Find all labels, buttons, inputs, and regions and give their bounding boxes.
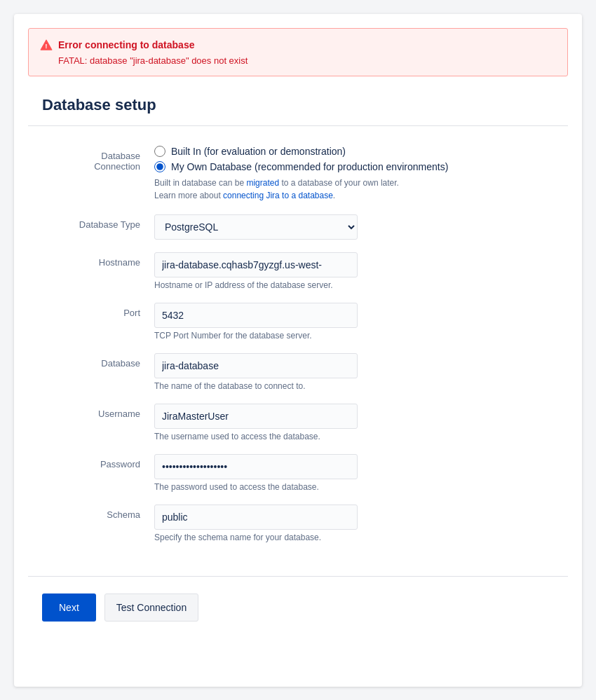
port-row: Port TCP Port Number for the database se…: [42, 303, 554, 341]
form-area: DatabaseConnection Built In (for evaluat…: [14, 126, 582, 569]
database-type-row: Database Type PostgreSQL MySQL MS SQL Se…: [42, 214, 554, 240]
error-title-row: ! Error connecting to database: [40, 39, 556, 51]
password-content: The password used to access the database…: [154, 454, 554, 492]
next-button[interactable]: Next: [42, 593, 96, 622]
error-banner: ! Error connecting to database FATAL: da…: [28, 28, 568, 76]
hostname-hint: Hostname or IP address of the database s…: [154, 280, 554, 290]
radio-own-text: My Own Database (recommended for product…: [171, 161, 448, 172]
username-row: Username The username used to access the…: [42, 404, 554, 441]
password-row: Password The password used to access the…: [42, 454, 554, 492]
help-suffix2: .: [333, 191, 335, 200]
help-suffix1: to a database of your own later.: [279, 178, 399, 188]
hostname-content: Hostname or IP address of the database s…: [154, 252, 554, 290]
schema-hint: Specify the schema name for your databas…: [154, 533, 554, 542]
error-detail: FATAL: database "jira-database" does not…: [40, 55, 556, 66]
svg-text:!: !: [45, 42, 47, 50]
connection-row: DatabaseConnection Built In (for evaluat…: [42, 146, 554, 202]
help-prefix1: Built in database can be: [154, 178, 246, 188]
schema-input[interactable]: [154, 505, 358, 530]
connection-label: DatabaseConnection: [42, 146, 154, 172]
migrated-link[interactable]: migrated: [246, 178, 279, 188]
port-label: Port: [42, 303, 154, 318]
connecting-link[interactable]: connecting Jira to a database: [223, 191, 333, 200]
radio-builtin-label[interactable]: Built In (for evaluation or demonstratio…: [154, 146, 554, 157]
database-type-select[interactable]: PostgreSQL MySQL MS SQL Server Oracle: [154, 214, 358, 240]
main-container: ! Error connecting to database FATAL: da…: [14, 14, 582, 687]
test-connection-button[interactable]: Test Connection: [104, 593, 198, 622]
port-input[interactable]: [154, 303, 358, 328]
error-title: Error connecting to database: [58, 39, 194, 50]
database-row: Database The name of the database to con…: [42, 353, 554, 391]
hostname-input[interactable]: [154, 252, 358, 277]
schema-row: Schema Specify the schema name for your …: [42, 505, 554, 542]
database-input[interactable]: [154, 353, 358, 378]
error-icon: !: [40, 39, 53, 51]
database-type-label: Database Type: [42, 214, 154, 230]
schema-label: Schema: [42, 505, 154, 520]
page-title: Database setup: [14, 76, 582, 125]
help-prefix2: Learn more about: [154, 191, 223, 200]
hostname-row: Hostname Hostname or IP address of the d…: [42, 252, 554, 290]
password-input[interactable]: [154, 454, 358, 479]
username-content: The username used to access the database…: [154, 404, 554, 441]
database-type-content: PostgreSQL MySQL MS SQL Server Oracle: [154, 214, 554, 240]
username-hint: The username used to access the database…: [154, 432, 554, 441]
database-hint: The name of the database to connect to.: [154, 381, 554, 391]
password-label: Password: [42, 454, 154, 469]
hostname-label: Hostname: [42, 252, 154, 268]
radio-builtin[interactable]: [154, 146, 165, 157]
username-input[interactable]: [154, 404, 358, 429]
username-label: Username: [42, 404, 154, 419]
radio-own[interactable]: [154, 161, 165, 172]
connection-radio-group: Built In (for evaluation or demonstratio…: [154, 146, 554, 172]
connection-content: Built In (for evaluation or demonstratio…: [154, 146, 554, 202]
database-label: Database: [42, 353, 154, 369]
radio-own-label[interactable]: My Own Database (recommended for product…: [154, 161, 554, 172]
password-hint: The password used to access the database…: [154, 482, 554, 492]
button-row: Next Test Connection: [14, 577, 582, 643]
port-content: TCP Port Number for the database server.: [154, 303, 554, 341]
port-hint: TCP Port Number for the database server.: [154, 331, 554, 341]
database-content: The name of the database to connect to.: [154, 353, 554, 391]
schema-content: Specify the schema name for your databas…: [154, 505, 554, 542]
radio-builtin-text: Built In (for evaluation or demonstratio…: [171, 146, 346, 157]
connection-help: Built in database can be migrated to a d…: [154, 177, 554, 202]
